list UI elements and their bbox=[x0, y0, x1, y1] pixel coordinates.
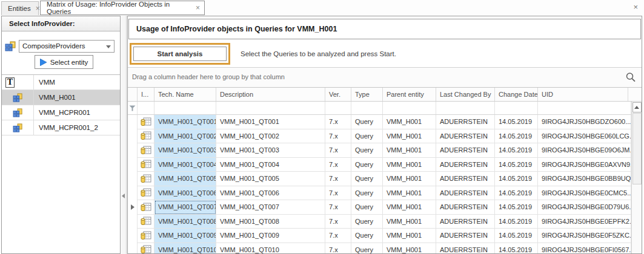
table-row[interactable]: VMM_H001_QT008VMM_H001_QT0087.xQueryVMM_… bbox=[128, 215, 631, 229]
cell-parent-entity[interactable]: VMM_H001 bbox=[383, 129, 436, 144]
cell-uid[interactable]: 9IROG4JRJS0HBGE0F5ZKC... bbox=[538, 229, 631, 243]
filter-cell[interactable] bbox=[351, 102, 383, 114]
sidebar-item-vmm-hcpr001[interactable]: VMM_HCPR001 bbox=[2, 105, 120, 120]
cell-last-changed-by[interactable]: ADUERRSTEIN bbox=[436, 200, 495, 215]
column-header-type[interactable]: Type bbox=[351, 88, 383, 101]
cell-change-date[interactable]: 14.05.2019 bbox=[495, 215, 538, 229]
table-row[interactable]: VMM_H001_QT004VMM_H001_QT0047.xQueryVMM_… bbox=[128, 158, 631, 172]
table-row[interactable]: VMM_H001_QT007VMM_H001_QT0077.xQueryVMM_… bbox=[128, 200, 631, 215]
chevron-down-icon[interactable] bbox=[106, 45, 111, 48]
cell-last-changed-by[interactable]: ADUERRSTEIN bbox=[436, 243, 495, 254]
cell-tech-name[interactable]: VMM_H001_QT008 bbox=[154, 215, 216, 229]
cell-parent-entity[interactable]: VMM_H001 bbox=[383, 115, 436, 129]
column-header-last-changed-by[interactable]: Last Changed By bbox=[436, 88, 495, 101]
cell-type[interactable]: Query bbox=[351, 172, 383, 186]
cell-change-date[interactable]: 14.05.2019 bbox=[495, 200, 538, 215]
cell-change-date[interactable]: 14.05.2019 bbox=[495, 229, 538, 243]
cell-uid[interactable]: 9IROG4JRJS0HBGE0D79U6... bbox=[538, 200, 631, 215]
cell-change-date[interactable]: 14.05.2019 bbox=[495, 243, 538, 254]
table-row[interactable]: VMM_H001_QT006VMM_H001_QT0067.xQueryVMM_… bbox=[128, 186, 631, 201]
cell-parent-entity[interactable]: VMM_H001 bbox=[383, 143, 436, 158]
group-by-bar[interactable]: Drag a column header here to group by th… bbox=[128, 68, 642, 88]
cell-description[interactable]: VMM_H001_QT008 bbox=[216, 215, 325, 229]
cell-last-changed-by[interactable]: ADUERRSTEIN bbox=[436, 115, 495, 129]
cell-type[interactable]: Query bbox=[351, 229, 383, 243]
cell-change-date[interactable]: 14.05.2019 bbox=[495, 115, 538, 129]
start-analysis-button[interactable]: Start analysis bbox=[133, 47, 227, 61]
cell-description[interactable]: VMM_H001_QT003 bbox=[216, 143, 325, 158]
cell-parent-entity[interactable]: VMM_H001 bbox=[383, 200, 436, 215]
cell-version[interactable]: 7.x bbox=[325, 243, 351, 254]
cell-type[interactable]: Query bbox=[351, 200, 383, 215]
cell-uid[interactable]: 9IROG4JRJS0HBGDZO600... bbox=[538, 115, 631, 129]
cell-version[interactable]: 7.x bbox=[325, 186, 351, 201]
cell-version[interactable]: 7.x bbox=[325, 200, 351, 215]
cell-parent-entity[interactable]: VMM_H001 bbox=[383, 229, 436, 243]
tab-close-icon[interactable]: × bbox=[196, 4, 200, 11]
cell-last-changed-by[interactable]: ADUERRSTEIN bbox=[436, 172, 495, 186]
filter-cell[interactable] bbox=[325, 102, 351, 114]
filter-cell[interactable] bbox=[138, 102, 154, 114]
filter-funnel-cell[interactable] bbox=[128, 102, 138, 114]
cell-last-changed-by[interactable]: ADUERRSTEIN bbox=[436, 143, 495, 158]
cell-description[interactable]: VMM_H001_QT006 bbox=[216, 186, 325, 201]
cell-last-changed-by[interactable]: ADUERRSTEIN bbox=[436, 129, 495, 144]
table-row[interactable]: VMM_H001_QT003VMM_H001_QT0037.xQueryVMM_… bbox=[128, 143, 631, 158]
cell-parent-entity[interactable]: VMM_H001 bbox=[383, 186, 436, 201]
cell-change-date[interactable]: 14.05.2019 bbox=[495, 158, 538, 172]
sidebar-item-vmm-h001[interactable]: VMM_H001 bbox=[2, 90, 120, 105]
cell-version[interactable]: 7.x bbox=[325, 229, 351, 243]
tab-entities[interactable]: Entities × bbox=[1, 1, 39, 15]
cell-parent-entity[interactable]: VMM_H001 bbox=[383, 243, 436, 254]
cell-uid[interactable]: 9IROG4JRJS0HBGE09O6JM... bbox=[538, 143, 631, 158]
table-row[interactable]: VMM_H001_QT009VMM_H001_QT0097.xQueryVMM_… bbox=[128, 229, 631, 243]
cell-description[interactable]: VMM_H001_QT001 bbox=[216, 115, 325, 129]
cell-uid[interactable]: 9IROG4JRJS0HBGE0AXVN9... bbox=[538, 158, 631, 172]
cell-type[interactable]: Query bbox=[351, 243, 383, 254]
cell-version[interactable]: 7.x bbox=[325, 129, 351, 144]
cell-change-date[interactable]: 14.05.2019 bbox=[495, 143, 538, 158]
cell-version[interactable]: 7.x bbox=[325, 115, 351, 129]
cell-version[interactable]: 7.x bbox=[325, 215, 351, 229]
filter-cell[interactable] bbox=[216, 102, 325, 114]
close-icon[interactable]: × bbox=[633, 2, 638, 11]
cell-uid[interactable]: 9IROG4JRJS0HBGE0EPFK2... bbox=[538, 215, 631, 229]
cell-type[interactable]: Query bbox=[351, 186, 383, 201]
cell-parent-entity[interactable]: VMM_H001 bbox=[383, 158, 436, 172]
cell-version[interactable]: 7.x bbox=[325, 172, 351, 186]
column-header-tech-name[interactable]: Tech. Name bbox=[154, 88, 216, 101]
table-row[interactable]: VMM_H001_QT010VMM_H001_QT0107.xQueryVMM_… bbox=[128, 243, 631, 254]
table-row[interactable]: VMM_H001_QT005VMM_H001_QT0057.xQueryVMM_… bbox=[128, 172, 631, 186]
cell-tech-name[interactable]: VMM_H001_QT009 bbox=[154, 229, 216, 243]
tab-close-icon[interactable]: × bbox=[36, 5, 40, 12]
cell-type[interactable]: Query bbox=[351, 158, 383, 172]
filter-cell[interactable] bbox=[383, 102, 436, 114]
cell-description[interactable]: VMM_H001_QT009 bbox=[216, 229, 325, 243]
vertical-scrollbar[interactable] bbox=[631, 102, 642, 253]
cell-type[interactable]: Query bbox=[351, 129, 383, 144]
cell-tech-name[interactable]: VMM_H001_QT005 bbox=[154, 172, 216, 186]
column-header-change-date[interactable]: Change Date bbox=[495, 88, 538, 101]
cell-uid[interactable]: 9IROG4JRJS0HBGE0BB9UQ... bbox=[538, 172, 631, 186]
search-icon[interactable] bbox=[625, 72, 636, 85]
list-filter-row[interactable]: T VMM bbox=[2, 75, 120, 90]
table-row[interactable]: VMM_H001_QT001VMM_H001_QT0017.xQueryVMM_… bbox=[128, 115, 631, 129]
cell-tech-name[interactable]: VMM_H001_QT010 bbox=[154, 243, 216, 254]
table-row[interactable]: VMM_H001_QT002VMM_H001_QT0027.xQueryVMM_… bbox=[128, 129, 631, 144]
cell-type[interactable]: Query bbox=[351, 115, 383, 129]
cell-description[interactable]: VMM_H001_QT005 bbox=[216, 172, 325, 186]
cell-tech-name[interactable]: VMM_H001_QT001 bbox=[154, 115, 216, 129]
cell-last-changed-by[interactable]: ADUERRSTEIN bbox=[436, 158, 495, 172]
cell-tech-name[interactable]: VMM_H001_QT006 bbox=[154, 186, 216, 201]
cell-last-changed-by[interactable]: ADUERRSTEIN bbox=[436, 215, 495, 229]
cell-last-changed-by[interactable]: ADUERRSTEIN bbox=[436, 186, 495, 201]
column-header-parent-entity[interactable]: Parent entity bbox=[383, 88, 436, 101]
cell-change-date[interactable]: 14.05.2019 bbox=[495, 129, 538, 144]
cell-change-date[interactable]: 14.05.2019 bbox=[495, 172, 538, 186]
collapse-left-icon[interactable] bbox=[122, 194, 125, 198]
cell-description[interactable]: VMM_H001_QT004 bbox=[216, 158, 325, 172]
column-header-uid[interactable]: UID bbox=[538, 88, 628, 101]
cell-description[interactable]: VMM_H001_QT010 bbox=[216, 243, 325, 254]
select-entity-button[interactable]: Select entity bbox=[35, 55, 93, 69]
cell-tech-name[interactable]: VMM_H001_QT004 bbox=[154, 158, 216, 172]
